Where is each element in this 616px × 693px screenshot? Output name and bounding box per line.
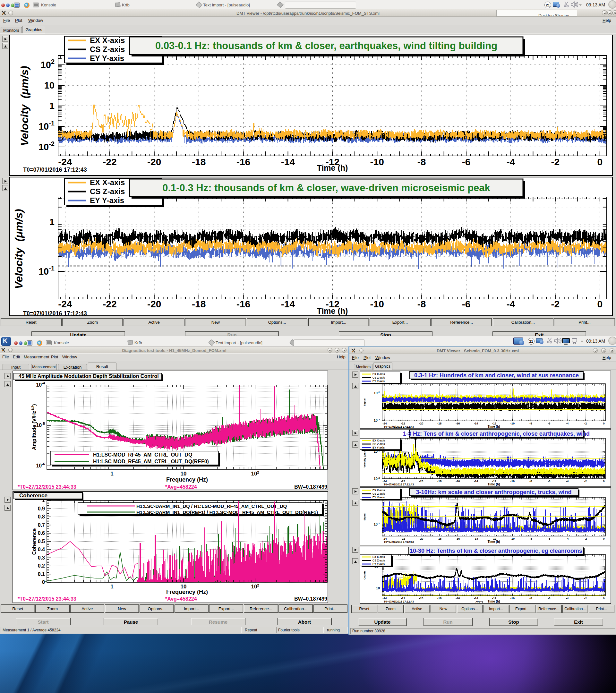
svg-text:EX X-axis: EX X-axis (373, 489, 385, 492)
svg-text:0.3: 0.3 (38, 555, 45, 560)
svg-text:CS Z-axis: CS Z-axis (373, 559, 385, 562)
svg-text:Time (h): Time (h) (488, 600, 500, 603)
svg-text:-24: -24 (382, 597, 386, 600)
svg-text:-2: -2 (584, 480, 587, 483)
svg-text:-18: -18 (192, 157, 206, 167)
svg-text:-8: -8 (529, 480, 532, 483)
svg-text:-2: -2 (584, 597, 587, 600)
svg-text:-2: -2 (551, 157, 560, 167)
svg-text:-4: -4 (566, 480, 569, 483)
svg-text:-6: -6 (548, 597, 550, 600)
svg-text:EX X-axis: EX X-axis (373, 555, 385, 559)
svg-text:-20: -20 (419, 422, 423, 425)
svg-text:-10: -10 (511, 422, 515, 425)
svg-text:-4: -4 (566, 537, 569, 540)
svg-text:Amplitude (V/Hz1/2): Amplitude (V/Hz1/2) (31, 404, 37, 450)
svg-text:10: 10 (376, 586, 380, 590)
svg-text:-14: -14 (474, 422, 478, 425)
svg-text:EY Y-axis: EY Y-axis (373, 562, 385, 566)
svg-text:-4: -4 (506, 157, 515, 167)
svg-text:0: 0 (603, 597, 604, 600)
svg-text:Frequency (Hz): Frequency (Hz) (166, 476, 208, 483)
svg-text:0.6: 0.6 (38, 530, 45, 536)
svg-text:0: 0 (597, 157, 602, 167)
svg-text:T0=07/01/2016 17:12:43: T0=07/01/2016 17:12:43 (23, 166, 87, 173)
svg-text:-8: -8 (417, 157, 426, 167)
svg-text:T0=07/01/2016 17:12:43: T0=07/01/2016 17:12:43 (384, 540, 414, 543)
svg-text:0: 0 (603, 537, 604, 540)
svg-text:Velocity (μm/s): Velocity (μm/s) (13, 209, 25, 289)
svg-text:-8: -8 (417, 299, 426, 309)
svg-text:-24: -24 (382, 537, 386, 540)
svg-text:EY Y-axis: EY Y-axis (90, 54, 124, 63)
svg-text:-8: -8 (529, 537, 532, 540)
svg-text:-16: -16 (456, 597, 460, 600)
svg-text:Time (h): Time (h) (488, 425, 500, 428)
svg-text:0: 0 (597, 299, 602, 309)
svg-text:-16: -16 (456, 480, 460, 483)
svg-text:0.4: 0.4 (38, 547, 45, 552)
svg-text:-2: -2 (584, 537, 587, 540)
svg-text:Signal: Signal (363, 398, 366, 406)
svg-text:-16: -16 (456, 537, 460, 540)
svg-text:0.7: 0.7 (38, 522, 45, 528)
svg-text:-10: -10 (370, 157, 384, 167)
svg-text:-24: -24 (382, 480, 386, 483)
svg-text:-6: -6 (548, 537, 550, 540)
svg-text:10: 10 (44, 80, 55, 91)
svg-text:-6: -6 (548, 422, 550, 425)
svg-text:-22: -22 (103, 299, 117, 309)
svg-text:Velocity (μm/s): Velocity (μm/s) (363, 449, 366, 468)
svg-text:CS Z-axis: CS Z-axis (373, 492, 385, 495)
svg-text:-14: -14 (474, 537, 478, 540)
svg-text:-14: -14 (281, 299, 295, 309)
svg-text:3-10Hz: km scale and closer an: 3-10Hz: km scale and closer anthropogeni… (416, 489, 571, 495)
svg-text:T0=07/01/2016 17:12:43: T0=07/01/2016 17:12:43 (384, 425, 414, 428)
svg-text:0.1: 0.1 (38, 571, 45, 577)
svg-text:-24: -24 (58, 157, 72, 167)
svg-text:-20: -20 (419, 537, 423, 540)
svg-text:0.2: 0.2 (38, 563, 45, 569)
svg-text:0: 0 (603, 480, 604, 483)
svg-text:-18: -18 (437, 422, 441, 425)
svg-text:1: 1 (111, 583, 113, 590)
svg-text:-4: -4 (506, 299, 515, 309)
svg-text:-2: -2 (551, 299, 560, 309)
svg-text:-16: -16 (236, 299, 250, 309)
svg-text:EX X-axis: EX X-axis (373, 373, 385, 376)
svg-text:Counts: Counts (363, 571, 366, 579)
svg-text:-14: -14 (474, 480, 478, 483)
svg-text:0.1-0.3 Hz: thousands of km &: 0.1-0.3 Hz: thousands of km & closer, wa… (162, 182, 490, 194)
svg-text:BW=0.187499: BW=0.187499 (294, 484, 327, 490)
svg-text:CS Z-axis: CS Z-axis (373, 376, 385, 379)
svg-text:Time (h): Time (h) (317, 306, 348, 315)
svg-text:Time (h): Time (h) (488, 482, 500, 486)
svg-text:-18: -18 (437, 597, 441, 600)
svg-text:-6: -6 (462, 299, 471, 309)
svg-text:1: 1 (49, 101, 55, 111)
svg-text:Coherence: Coherence (32, 529, 37, 555)
svg-text:BW=0.187499: BW=0.187499 (294, 596, 327, 601)
svg-text:-10: -10 (511, 537, 515, 540)
svg-text:Time (h): Time (h) (317, 163, 348, 172)
svg-text:EY Y-axis: EY Y-axis (373, 446, 385, 449)
svg-text:Time (h): Time (h) (488, 540, 500, 543)
svg-text:-8: -8 (529, 422, 532, 425)
svg-text:-6: -6 (462, 157, 471, 167)
svg-text:-4: -4 (566, 597, 569, 600)
svg-text:-22: -22 (401, 480, 405, 483)
svg-text:0.9: 0.9 (38, 506, 45, 511)
svg-text:-14: -14 (474, 597, 478, 600)
svg-text:-8: -8 (529, 597, 532, 600)
svg-text:0: 0 (42, 579, 45, 585)
svg-text:-6: -6 (548, 480, 550, 483)
svg-text:-22: -22 (401, 597, 405, 600)
svg-text:H1:LSC-DARM_IN1_DQ(REF1) / H1:: H1:LSC-DARM_IN1_DQ(REF1) / H1:LSC-MOD_RF… (136, 510, 318, 515)
svg-text:H1:LSC-DARM_IN1_DQ / H1:LSC-MO: H1:LSC-DARM_IN1_DQ / H1:LSC-MOD_RF45_AM_… (136, 503, 287, 509)
svg-text:-20: -20 (147, 299, 161, 309)
svg-text:1: 1 (49, 217, 55, 227)
svg-text:Velocity (μm/s): Velocity (μm/s) (18, 66, 31, 146)
svg-text:0.03-0.1 Hz: thousands of km &: 0.03-0.1 Hz: thousands of km & closer, e… (155, 40, 497, 51)
svg-text:-24: -24 (58, 299, 72, 309)
svg-text:-22: -22 (401, 537, 405, 540)
